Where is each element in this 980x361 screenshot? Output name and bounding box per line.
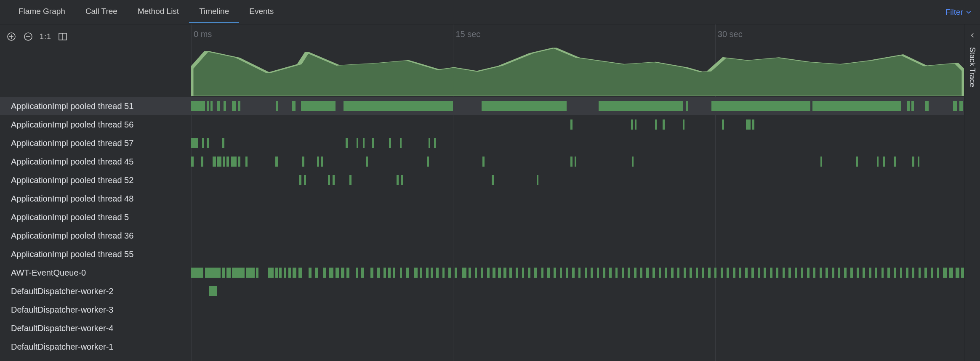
activity-segment[interactable]	[356, 268, 358, 278]
activity-segment[interactable]	[302, 157, 304, 167]
activity-segment[interactable]	[329, 268, 333, 278]
activity-segment[interactable]	[640, 268, 643, 278]
thread-row[interactable]: DefaultDispatcher-worker-3	[0, 300, 964, 319]
activity-segment[interactable]	[560, 268, 562, 278]
activity-segment[interactable]	[770, 268, 772, 278]
activity-segment[interactable]	[877, 157, 879, 167]
activity-segment[interactable]	[231, 157, 237, 167]
activity-segment[interactable]	[442, 268, 445, 278]
activity-segment[interactable]	[275, 157, 278, 167]
activity-segment[interactable]	[671, 268, 674, 278]
activity-segment[interactable]	[317, 157, 319, 167]
activity-segment[interactable]	[372, 138, 374, 148]
activity-segment[interactable]	[813, 268, 816, 278]
thread-row[interactable]: ApplicationImpl pooled thread 5	[0, 208, 964, 226]
activity-segment[interactable]	[279, 268, 282, 278]
activity-segment[interactable]	[894, 268, 896, 278]
activity-segment[interactable]	[631, 119, 634, 130]
activity-segment[interactable]	[663, 119, 665, 130]
activity-segment[interactable]	[911, 101, 914, 111]
activity-segment[interactable]	[370, 268, 373, 278]
activity-segment[interactable]	[238, 101, 241, 111]
tab-timeline[interactable]: Timeline	[189, 1, 239, 23]
activity-segment[interactable]	[309, 268, 312, 278]
activity-segment[interactable]	[918, 157, 920, 167]
collapse-panel-button[interactable]	[969, 31, 975, 40]
activity-segment[interactable]	[727, 268, 729, 278]
activity-segment[interactable]	[622, 268, 624, 278]
activity-segment[interactable]	[475, 268, 477, 278]
activity-segment[interactable]	[301, 101, 336, 111]
activity-segment[interactable]	[537, 175, 539, 185]
stack-trace-label[interactable]: Stack Trace	[968, 47, 977, 87]
activity-segment[interactable]	[226, 268, 230, 278]
thread-row[interactable]: DefaultDispatcher-worker-1	[0, 337, 964, 356]
activity-segment[interactable]	[686, 101, 688, 111]
activity-segment[interactable]	[566, 268, 568, 278]
activity-segment[interactable]	[924, 268, 927, 278]
activity-segment[interactable]	[912, 268, 915, 278]
activity-segment[interactable]	[256, 268, 258, 278]
thread-row[interactable]: DefaultDispatcher-worker-4	[0, 319, 964, 337]
activity-segment[interactable]	[400, 138, 402, 148]
activity-segment[interactable]	[652, 268, 655, 278]
activity-segment[interactable]	[875, 268, 878, 278]
activity-segment[interactable]	[585, 268, 587, 278]
activity-segment[interactable]	[714, 268, 717, 278]
activity-segment[interactable]	[462, 268, 466, 278]
activity-segment[interactable]	[191, 157, 194, 167]
activity-segment[interactable]	[883, 157, 885, 167]
activity-segment[interactable]	[838, 268, 841, 278]
activity-segment[interactable]	[534, 268, 537, 278]
activity-segment[interactable]	[776, 268, 779, 278]
activity-segment[interactable]	[572, 268, 575, 278]
activity-segment[interactable]	[414, 268, 418, 278]
activity-segment[interactable]	[665, 268, 667, 278]
activity-segment[interactable]	[632, 157, 634, 167]
activity-segment[interactable]	[850, 268, 853, 278]
activity-segment[interactable]	[493, 268, 495, 278]
activity-segment[interactable]	[522, 268, 525, 278]
activity-segment[interactable]	[498, 268, 501, 278]
activity-segment[interactable]	[448, 268, 451, 278]
activity-segment[interactable]	[207, 101, 209, 111]
activity-segment[interactable]	[223, 157, 225, 167]
activity-segment[interactable]	[210, 101, 213, 111]
activity-segment[interactable]	[894, 157, 896, 167]
thread-row[interactable]: ApplicationImpl pooled thread 56	[0, 115, 964, 134]
activity-segment[interactable]	[931, 268, 933, 278]
activity-segment[interactable]	[541, 268, 544, 278]
activity-segment[interactable]	[826, 268, 828, 278]
activity-segment[interactable]	[482, 157, 485, 167]
activity-segment[interactable]	[570, 157, 573, 167]
thread-row[interactable]: DefaultDispatcher-worker-2	[0, 282, 964, 300]
thread-row[interactable]: ApplicationImpl pooled thread 55	[0, 245, 964, 263]
thread-row[interactable]: ApplicationImpl pooled thread 57	[0, 134, 964, 152]
activity-segment[interactable]	[299, 175, 301, 185]
activity-segment[interactable]	[232, 101, 236, 111]
thread-row[interactable]: ApplicationImpl pooled thread 36	[0, 226, 964, 245]
activity-segment[interactable]	[684, 268, 686, 278]
activity-segment[interactable]	[222, 138, 224, 148]
activity-segment[interactable]	[191, 268, 203, 278]
thread-row[interactable]: AWT-EventQueue-0	[0, 263, 964, 282]
thread-row[interactable]: ApplicationImpl pooled thread 48	[0, 189, 964, 208]
activity-segment[interactable]	[268, 268, 274, 278]
activity-segment[interactable]	[487, 268, 490, 278]
activity-segment[interactable]	[711, 101, 810, 111]
activity-segment[interactable]	[925, 101, 928, 111]
activity-segment[interactable]	[431, 268, 433, 278]
activity-segment[interactable]	[217, 101, 220, 111]
activity-segment[interactable]	[820, 268, 822, 278]
activity-segment[interactable]	[209, 286, 217, 296]
activity-segment[interactable]	[503, 268, 506, 278]
activity-segment[interactable]	[696, 268, 698, 278]
activity-segment[interactable]	[739, 268, 742, 278]
activity-segment[interactable]	[276, 101, 279, 111]
activity-segment[interactable]	[603, 268, 606, 278]
activity-segment[interactable]	[328, 175, 330, 185]
thread-row[interactable]: ApplicationImpl pooled thread 52	[0, 171, 964, 189]
tab-call-tree[interactable]: Call Tree	[75, 1, 128, 23]
activity-segment[interactable]	[397, 175, 399, 185]
activity-segment[interactable]	[275, 268, 278, 278]
